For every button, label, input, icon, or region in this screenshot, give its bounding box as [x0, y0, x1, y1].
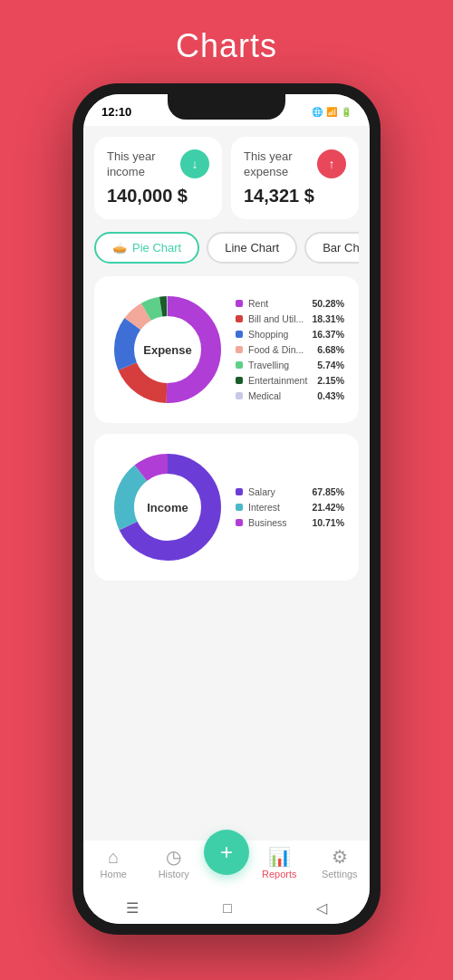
status-icons: 🌐 📶 🔋: [312, 107, 352, 117]
expense-icon: ↑: [317, 149, 346, 178]
legend-pct: 50.28%: [312, 298, 344, 309]
expense-donut-label: Expense: [143, 342, 191, 356]
legend-color: [236, 488, 243, 495]
legend-color: [236, 361, 243, 369]
legend-name: Salary: [248, 486, 306, 497]
legend-color: [236, 504, 243, 511]
legend-item: Business 10.71%: [236, 517, 344, 528]
legend-item: Shopping 16.37%: [236, 329, 344, 340]
legend-pct: 6.68%: [317, 344, 344, 355]
legend-name: Food & Din...: [248, 344, 312, 355]
tab-bar-chart[interactable]: Bar Chart: [304, 232, 359, 264]
android-nav: ☰ □ ◁: [83, 892, 370, 924]
page-title: Charts: [176, 27, 277, 65]
nav-settings-label: Settings: [322, 869, 358, 879]
income-icon: ↓: [180, 149, 209, 178]
income-legend: Salary 67.85% Interest 21.42% Business 1…: [236, 486, 344, 528]
android-menu-icon: ☰: [126, 899, 139, 917]
legend-color: [236, 346, 243, 353]
nav-history[interactable]: ◷ History: [144, 848, 205, 879]
nav-home-label: Home: [101, 869, 127, 879]
nav-reports[interactable]: 📊 Reports: [249, 848, 310, 879]
history-icon: ◷: [166, 848, 181, 866]
legend-color: [236, 315, 243, 322]
income-label: This year income: [107, 149, 180, 180]
legend-name: Interest: [248, 502, 306, 513]
chart-tabs: 🥧 Pie Chart Line Chart Bar Chart: [94, 232, 359, 264]
expense-legend: Rent 50.28% Bill and Util... 18.31% Shop…: [236, 298, 344, 401]
phone-shell: 12:10 🌐 📶 🔋 This year income ↓ 140,000 $: [72, 83, 381, 935]
income-value: 140,000 $: [107, 186, 209, 207]
legend-pct: 10.71%: [312, 517, 344, 528]
legend-name: Entertainment: [248, 375, 312, 386]
legend-name: Rent: [248, 298, 306, 309]
tab-pie-chart[interactable]: 🥧 Pie Chart: [94, 232, 199, 264]
legend-name: Business: [248, 517, 306, 528]
legend-item: Rent 50.28%: [236, 298, 344, 309]
legend-color: [236, 331, 243, 338]
settings-icon: ⚙: [332, 848, 348, 866]
status-time: 12:10: [101, 105, 131, 119]
legend-name: Travelling: [248, 360, 312, 370]
income-donut-label: Income: [147, 500, 188, 514]
legend-item: Bill and Util... 18.31%: [236, 313, 344, 324]
phone-screen: 12:10 🌐 📶 🔋 This year income ↓ 140,000 $: [83, 94, 370, 924]
legend-pct: 21.42%: [312, 502, 344, 513]
legend-item: Entertainment 2.15%: [236, 375, 344, 386]
status-bar: 12:10 🌐 📶 🔋: [83, 94, 370, 126]
income-card: This year income ↓ 140,000 $: [94, 137, 222, 219]
legend-item: Food & Din... 6.68%: [236, 344, 344, 355]
android-home-icon: □: [223, 900, 232, 917]
expense-card: This year expense ↑ 14,321 $: [231, 137, 359, 219]
summary-row: This year income ↓ 140,000 $ This year e…: [94, 137, 359, 219]
legend-color: [236, 519, 243, 526]
expense-chart-card: Expense Rent 50.28% Bill and Util... 18.…: [94, 276, 359, 423]
home-icon: ⌂: [108, 848, 119, 866]
screen-content[interactable]: This year income ↓ 140,000 $ This year e…: [83, 126, 370, 841]
nav-reports-label: Reports: [262, 869, 297, 879]
legend-pct: 5.74%: [317, 360, 344, 370]
legend-color: [236, 300, 243, 307]
legend-item: Medical 0.43%: [236, 390, 344, 401]
legend-pct: 16.37%: [312, 329, 344, 340]
expense-value: 14,321 $: [244, 186, 346, 207]
fab-add-button[interactable]: +: [204, 830, 249, 875]
income-donut: Income: [109, 448, 226, 566]
bottom-nav: ⌂ Home ◷ History + 📊 Reports ⚙ Settings: [83, 841, 370, 892]
nav-history-label: History: [159, 869, 189, 879]
expense-donut: Expense: [109, 291, 226, 408]
legend-pct: 2.15%: [317, 375, 344, 386]
legend-pct: 0.43%: [317, 390, 344, 401]
reports-icon: 📊: [268, 848, 291, 866]
expense-label: This year expense: [244, 149, 317, 180]
legend-item: Travelling 5.74%: [236, 360, 344, 370]
legend-color: [236, 392, 243, 399]
android-back-icon: ◁: [316, 899, 327, 917]
legend-color: [236, 377, 243, 384]
legend-name: Medical: [248, 390, 312, 401]
legend-name: Bill and Util...: [248, 313, 306, 324]
nav-settings[interactable]: ⚙ Settings: [310, 848, 371, 879]
legend-item: Salary 67.85%: [236, 486, 344, 497]
legend-item: Interest 21.42%: [236, 502, 344, 513]
legend-pct: 18.31%: [312, 313, 344, 324]
tab-line-chart[interactable]: Line Chart: [207, 232, 297, 264]
notch: [168, 94, 285, 120]
legend-pct: 67.85%: [312, 486, 344, 497]
legend-name: Shopping: [248, 329, 306, 340]
nav-home[interactable]: ⌂ Home: [83, 848, 144, 879]
income-chart-card: Income Salary 67.85% Interest 21.42% Bus…: [94, 434, 359, 581]
